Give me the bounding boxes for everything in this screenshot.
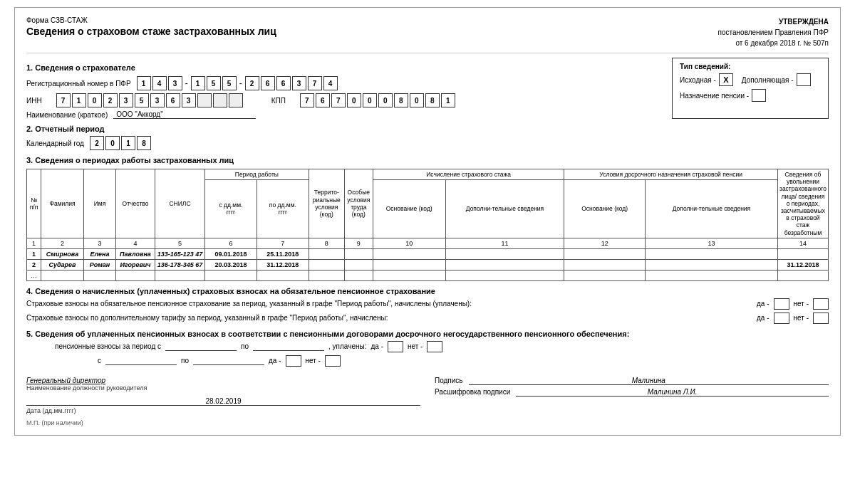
da-box-5-2[interactable] bbox=[286, 355, 301, 367]
inn-label: ИНН bbox=[26, 97, 42, 105]
inn-kpp-row: ИНН 7 1 0 2 3 5 3 6 3 КПП 7 bbox=[26, 93, 658, 107]
type-naznach-row: Назначение пенсии - bbox=[680, 89, 821, 102]
th-snils: СНИЛС bbox=[155, 169, 205, 238]
row1-fam: Смирнова bbox=[41, 248, 84, 259]
section3: 3. Сведения о периодах работы застрахова… bbox=[26, 156, 829, 281]
reg-cell-3: 1 bbox=[191, 76, 205, 90]
date-value: 28.02.2019 bbox=[26, 397, 420, 406]
col-num-usl-osn: 12 bbox=[564, 238, 646, 248]
th-to: по дд.мм.гггг bbox=[256, 180, 309, 238]
dopoln-checkbox[interactable] bbox=[797, 73, 811, 86]
row3-ima bbox=[84, 270, 116, 280]
row3-from bbox=[205, 270, 257, 280]
th-isc-dop: Дополни-тельные сведения bbox=[445, 180, 564, 238]
type-block: Тип сведений: Исходная - Х Дополняющая -… bbox=[672, 58, 829, 119]
col-num-isc-dop: 11 bbox=[445, 238, 564, 248]
reg-row: Регистрационный номер в ПФР 1 4 3 - 1 5 … bbox=[26, 76, 658, 90]
row2-svd: 31.12.2018 bbox=[777, 259, 828, 270]
da-label-5-1: да - bbox=[370, 342, 383, 350]
section4-title: 4. Сведения о начисленных (уплаченных) с… bbox=[26, 287, 829, 295]
net-box-2[interactable] bbox=[813, 313, 829, 324]
section5-row1: пенсионные взносы за период с по , уплач… bbox=[26, 341, 829, 352]
row3-usl-dop bbox=[645, 270, 777, 280]
th-usl-osn: Основание (код) bbox=[564, 180, 646, 238]
section4: 4. Сведения о начисленных (уплаченных) с… bbox=[26, 287, 829, 324]
approved-label: УТВЕРЖДЕНА bbox=[718, 16, 829, 27]
reg-cells: 1 4 3 - 1 5 5 - 2 6 6 3 7 4 bbox=[137, 76, 338, 90]
naznach-label: Назначение пенсии - bbox=[680, 92, 749, 100]
approved-by: постановлением Правления ПФР bbox=[718, 27, 829, 38]
row1-usl-dop bbox=[645, 248, 777, 259]
section2-title: 2. Отчетный период bbox=[26, 125, 829, 133]
row3-snils bbox=[155, 270, 205, 280]
row2-num: 2 bbox=[27, 259, 41, 270]
signature-section: Генеральный директор Наименование должно… bbox=[26, 377, 829, 426]
name-label: Наименование (краткое) bbox=[26, 111, 108, 119]
table-row: 1 Смирнова Елена Павловна 133-165-123 47… bbox=[27, 248, 829, 259]
th-fam: Фамилия bbox=[41, 169, 84, 238]
reg-cell-4: 5 bbox=[207, 76, 221, 90]
net-box-5-2[interactable] bbox=[325, 355, 341, 367]
type-ishodnaya-row: Исходная - Х Дополняющая - bbox=[680, 73, 821, 86]
net-box-1[interactable] bbox=[813, 298, 829, 310]
da-label-1: да - bbox=[757, 300, 770, 308]
dash1: - bbox=[184, 78, 190, 88]
da-label-2: да - bbox=[757, 314, 770, 322]
net-label-5-1: нет - bbox=[408, 342, 423, 350]
section4-row1: Страховые взносы на обязательное пенсион… bbox=[26, 298, 829, 310]
da-label-5-2: да - bbox=[269, 357, 281, 364]
table-row: 2 Сударев Роман Игоревич 136-178-345 67 … bbox=[27, 259, 829, 270]
section5: 5. Сведения об уплаченных пенсионных взн… bbox=[26, 330, 829, 367]
col-num-ima: 3 bbox=[84, 238, 116, 248]
row2-isc-osn bbox=[373, 259, 445, 270]
date-block: 28.02.2019 Дата (дд.мм.гггг) bbox=[26, 397, 420, 414]
col-num-terr: 8 bbox=[309, 238, 344, 248]
podpis-value: Малинина bbox=[469, 377, 829, 385]
net-box-5-1[interactable] bbox=[427, 341, 442, 352]
inn-cells: 7 1 0 2 3 5 3 6 3 bbox=[56, 93, 243, 107]
ishodnaya-checkbox[interactable]: Х bbox=[719, 73, 733, 86]
row2-otch: Игоревич bbox=[116, 259, 155, 270]
reg-cell-8: 6 bbox=[276, 76, 291, 90]
reg-cell-11: 4 bbox=[323, 76, 338, 90]
form-label: Форма СЗВ-СТАЖ bbox=[26, 16, 276, 24]
row1-isc-dop bbox=[445, 248, 564, 259]
row2-terr bbox=[309, 259, 344, 270]
row3-to bbox=[256, 270, 309, 280]
name-row: Наименование (краткое) ООО "Аккорд" bbox=[26, 110, 658, 119]
work-table: №п/п Фамилия Имя Отчество СНИЛС Период р… bbox=[26, 169, 829, 281]
sig-right: Подпись Малинина Расшифровка подписи Мал… bbox=[435, 377, 829, 426]
row3-num: … bbox=[27, 270, 41, 280]
da-box-2[interactable] bbox=[774, 313, 789, 324]
section1-left: 1. Сведения о страхователе Регистрационн… bbox=[26, 58, 658, 119]
naznach-checkbox[interactable] bbox=[752, 89, 766, 102]
reg-cell-5: 5 bbox=[222, 76, 237, 90]
kpp-label: КПП bbox=[271, 97, 286, 105]
period-from-1 bbox=[165, 342, 237, 351]
col-num-to: 7 bbox=[256, 238, 309, 248]
position-desc: Наименование должности руководителя bbox=[26, 384, 420, 392]
th-ima: Имя bbox=[84, 169, 116, 238]
da-box-1[interactable] bbox=[774, 298, 789, 310]
reg-label: Регистрационный номер в ПФР bbox=[26, 80, 131, 88]
reg-cell-10: 7 bbox=[308, 76, 322, 90]
th-usl-dop: Дополни-тельные сведения bbox=[645, 180, 777, 238]
section4-row2: Страховые взносы по дополнительному тари… bbox=[26, 313, 829, 324]
period-to-1 bbox=[253, 342, 324, 351]
row2-snils: 136-178-345 67 bbox=[155, 259, 205, 270]
col-num-num: 1 bbox=[27, 238, 41, 248]
rassh-value: Малинина Л.И. bbox=[516, 388, 829, 397]
col-num-otch: 4 bbox=[116, 238, 155, 248]
section5-row2: с по да - нет - bbox=[26, 355, 829, 367]
kpp-cells: 7 6 7 0 0 0 8 0 8 1 bbox=[300, 93, 455, 107]
section5-title: 5. Сведения об уплаченных пенсионных взн… bbox=[26, 330, 829, 338]
form-page: Форма СЗВ-СТАЖ Сведения о страховом стаж… bbox=[14, 7, 841, 436]
date-desc: Дата (дд.мм.гггг) bbox=[26, 407, 420, 414]
th-num: №п/п bbox=[27, 169, 41, 238]
row1-svd bbox=[777, 248, 828, 259]
position-title: Генеральный директор bbox=[26, 377, 420, 384]
col-num-isc-osn: 10 bbox=[373, 238, 445, 248]
row1-from: 09.01.2018 bbox=[205, 248, 257, 259]
th-isc: Исчисление страхового стажа bbox=[373, 169, 564, 180]
da-box-5-1[interactable] bbox=[388, 341, 403, 352]
